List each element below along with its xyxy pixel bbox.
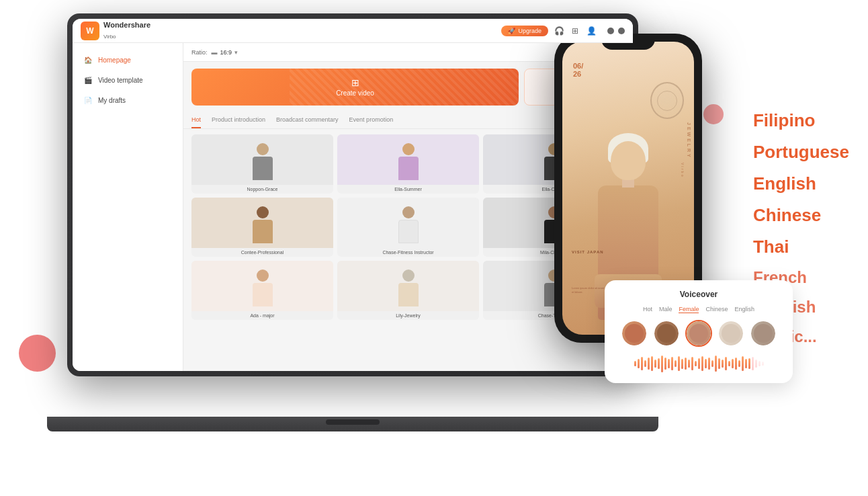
wave-bar-31 — [735, 358, 737, 370]
sidebar-item-my-drafts[interactable]: 📄 My drafts — [73, 90, 183, 110]
wave-bar-39 — [762, 362, 764, 366]
wave-bar-3 — [641, 357, 643, 370]
wave-bar-14 — [678, 356, 680, 371]
create-video-button[interactable]: ⊞ Create video — [191, 69, 519, 106]
phone-visit-text: VISIT JAPAN — [572, 250, 604, 254]
avatar-card-0[interactable]: Noppon-Grace — [191, 134, 333, 194]
voiceover-card: Voiceover Hot Male Female Chinese Englis… — [605, 280, 793, 383]
vo-avatar-2[interactable] — [685, 320, 712, 347]
sidebar-homepage-label: Homepage — [98, 56, 131, 64]
avatar-name-3: Contee-Professional — [191, 248, 333, 257]
sidebar-drafts-label: My drafts — [98, 97, 126, 104]
language-thai[interactable]: Thai — [748, 234, 855, 260]
avatar-card-3[interactable]: Contee-Professional — [191, 198, 333, 257]
vo-avatar-img-0 — [621, 320, 648, 347]
wave-bar-1 — [634, 361, 636, 366]
wave-bar-4 — [644, 360, 646, 367]
wave-bar-30 — [732, 359, 734, 368]
vo-tab-hot[interactable]: Hot — [643, 306, 652, 313]
wave-bar-18 — [691, 357, 693, 370]
vo-tab-male[interactable]: Male — [659, 306, 672, 313]
language-filipino[interactable]: Filipino — [748, 108, 855, 134]
wave-bar-20 — [698, 358, 700, 369]
ratio-value[interactable]: 16:9 — [220, 49, 232, 56]
avatar-name-7: Lily-Jewelry — [337, 311, 479, 320]
wave-bar-25 — [715, 356, 717, 372]
wave-bar-37 — [755, 360, 757, 368]
wave-bar-19 — [695, 361, 697, 366]
phone-virbo-label: Virbo — [681, 163, 685, 178]
tab-product-intro[interactable]: Product introduction — [212, 112, 265, 128]
language-english[interactable]: English — [748, 171, 855, 197]
tab-event-promo[interactable]: Event promotion — [349, 112, 394, 128]
laptop-device: W Wondershare Virbo 🚀 Upgrade 🎧 ⊞ 👤 ─ ✕ — [67, 13, 672, 417]
vo-avatar-1[interactable] — [653, 320, 680, 347]
wave-bar-32 — [738, 360, 740, 367]
laptop-base — [47, 417, 658, 431]
wave-bar-8 — [658, 358, 660, 369]
avatar-image-3 — [191, 198, 333, 248]
vo-tab-english[interactable]: English — [735, 306, 755, 313]
user-icon[interactable]: 👤 — [586, 26, 597, 36]
create-video-icon: ⊞ — [351, 77, 359, 88]
vo-avatar-img-2 — [685, 320, 712, 347]
voiceover-tabs: Hot Male Female Chinese English — [614, 306, 783, 313]
upgrade-button[interactable]: 🚀 Upgrade — [501, 26, 548, 36]
vo-tab-chinese[interactable]: Chinese — [705, 306, 728, 313]
jewelry-decoration — [650, 82, 684, 119]
create-video-label: Create video — [336, 89, 374, 97]
sidebar: 🏠 Homepage 🎬 Video template 📄 My drafts — [73, 43, 183, 371]
sidebar-template-label: Video template — [98, 77, 143, 84]
close-button[interactable]: ✕ — [618, 28, 625, 34]
vo-tab-female[interactable]: Female — [679, 306, 699, 313]
grid-icon[interactable]: ⊞ — [570, 26, 580, 36]
avatar-card-1[interactable]: Ella-Summer — [337, 134, 479, 194]
wave-bar-6 — [651, 356, 653, 371]
vo-circle-0 — [622, 321, 646, 345]
tab-hot[interactable]: Hot — [191, 112, 201, 128]
headphone-icon[interactable]: 🎧 — [554, 26, 564, 36]
upgrade-label: Upgrade — [518, 28, 541, 34]
wave-bar-16 — [685, 358, 687, 370]
drafts-icon: 📄 — [83, 95, 93, 105]
minimize-button[interactable]: ─ — [607, 28, 614, 34]
phone-date: 06/26 — [573, 62, 583, 78]
vo-avatar-3[interactable] — [718, 320, 744, 347]
language-portuguese[interactable]: Portuguese — [748, 139, 855, 165]
wave-bar-36 — [752, 357, 754, 370]
sidebar-item-homepage[interactable]: 🏠 Homepage — [73, 50, 183, 70]
wave-bar-34 — [745, 359, 747, 368]
avatar-card-6[interactable]: Ada - major — [191, 261, 333, 320]
wave-bar-11 — [668, 359, 670, 368]
wave-bar-24 — [711, 360, 713, 367]
wave-bar-26 — [718, 358, 720, 369]
wave-bar-22 — [705, 359, 707, 368]
sidebar-item-video-template[interactable]: 🎬 Video template — [73, 70, 183, 90]
avatar-card-7[interactable]: Lily-Jewelry — [337, 261, 479, 320]
upgrade-icon: 🚀 — [508, 28, 515, 34]
vo-circle-4 — [751, 321, 775, 345]
tab-broadcast[interactable]: Broadcast commentary — [276, 112, 339, 128]
laptop-screen: W Wondershare Virbo 🚀 Upgrade 🎧 ⊞ 👤 ─ ✕ — [73, 19, 633, 371]
wave-bar-33 — [742, 356, 744, 371]
wave-bar-27 — [722, 360, 724, 368]
avatar-name-0: Noppon-Grace — [191, 185, 333, 194]
avatar-image-0 — [191, 134, 333, 185]
voiceover-title: Voiceover — [614, 290, 783, 299]
template-icon: 🎬 — [83, 75, 93, 85]
avatar-card-4[interactable]: Chase-Fitness Instructor — [337, 198, 479, 257]
wave-bar-15 — [681, 359, 683, 369]
wave-bar-28 — [725, 357, 727, 370]
laptop-body: W Wondershare Virbo 🚀 Upgrade 🎧 ⊞ 👤 ─ ✕ — [67, 13, 638, 376]
wave-bar-23 — [708, 358, 710, 370]
vo-circle-2 — [687, 321, 711, 345]
avatar-name-6: Ada - major — [191, 311, 333, 320]
language-chinese[interactable]: Chinese — [748, 202, 855, 229]
title-bar: W Wondershare Virbo 🚀 Upgrade 🎧 ⊞ 👤 ─ ✕ — [73, 19, 633, 43]
vo-circle-3 — [719, 321, 743, 345]
vo-avatar-0[interactable] — [621, 320, 648, 347]
wave-bar-9 — [661, 356, 663, 372]
decorative-circle-left — [19, 335, 56, 372]
app-logo: W — [81, 22, 99, 40]
vo-avatar-4[interactable] — [750, 320, 777, 347]
